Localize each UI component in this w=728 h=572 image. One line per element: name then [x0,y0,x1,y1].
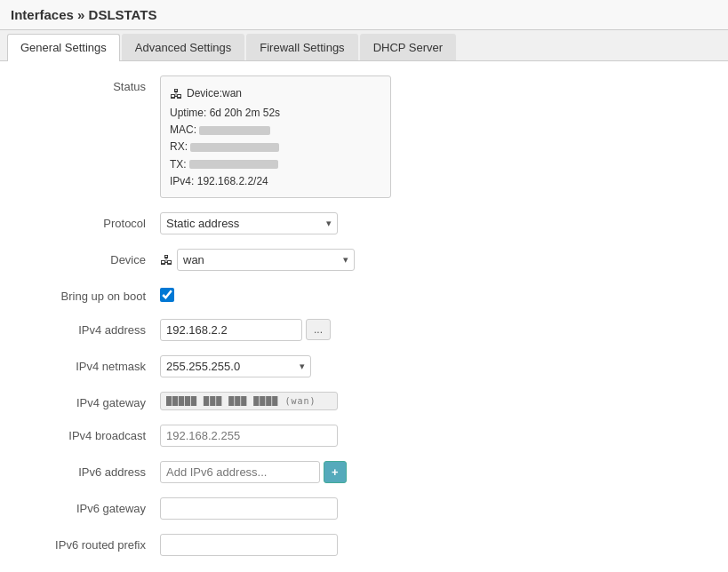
ipv4-netmask-select[interactable]: 255.255.255.0 255.255.0.0 255.0.0.0 255.… [160,355,311,377]
status-label: Status [18,75,160,93]
status-ipv4-value: 192.168.2.2/24 [197,175,268,187]
ipv4-broadcast-label: IPv4 broadcast [18,425,160,442]
netmask-select-wrap: 255.255.255.0 255.255.0.0 255.0.0.0 255.… [160,355,311,377]
tab-dhcp[interactable]: DHCP Server [360,34,457,60]
ipv6-address-wrap: + [160,461,516,483]
ipv6-prefix-label: IPv6 routed prefix [18,534,160,552]
ipv4-netmask-label: IPv4 netmask [18,355,160,373]
boot-checkbox[interactable] [160,288,174,302]
boot-row: Bring up on boot [18,285,710,305]
status-device-label: Device: [187,85,222,102]
device-select-wrap: 🖧 wan eth0 eth1 br-lan [160,249,516,271]
device-inner-select-wrap: wan eth0 eth1 br-lan [177,249,355,271]
device-control: 🖧 wan eth0 eth1 br-lan [160,249,516,271]
protocol-control: Static address DHCP client PPPoE Unmanag… [160,212,516,234]
status-rx-line: RX: [170,139,381,155]
tab-bar: General Settings Advanced Settings Firew… [0,30,728,61]
status-tx-value [189,160,278,169]
status-tx-label: TX: [170,158,187,171]
status-mac-label: MAC: [170,123,196,136]
protocol-select[interactable]: Static address DHCP client PPPoE Unmanag… [160,212,338,234]
protocol-row: Protocol Static address DHCP client PPPo… [18,212,710,234]
tab-advanced[interactable]: Advanced Settings [122,34,244,60]
device-select[interactable]: wan eth0 eth1 br-lan [177,249,355,271]
tab-general[interactable]: General Settings [7,34,120,61]
ipv4-address-wrap: ... [160,319,516,341]
status-ipv4-label: IPv4: [170,175,194,187]
ipv6-address-add-button[interactable]: + [324,461,347,483]
protocol-select-wrap: Static address DHCP client PPPoE Unmanag… [160,212,338,234]
form-content: Status 🖧 Device: wan Uptime: 6d 20h 2m 5… [0,61,728,572]
ipv4-address-input[interactable] [160,319,302,341]
device-row: Device 🖧 wan eth0 eth1 br-lan [18,249,710,271]
status-box-wrap: 🖧 Device: wan Uptime: 6d 20h 2m 52s MAC:… [160,75,516,198]
status-row: Status 🖧 Device: wan Uptime: 6d 20h 2m 5… [18,75,710,198]
ipv6-gateway-control [160,497,516,520]
ipv4-netmask-control: 255.255.255.0 255.255.0.0 255.0.0.0 255.… [160,355,516,377]
status-rx-value [190,143,279,152]
ipv4-broadcast-row: IPv4 broadcast [18,425,710,447]
ipv6-address-input[interactable] [160,461,320,483]
boot-control [160,285,516,305]
ipv4-broadcast-control [160,425,516,447]
boot-label: Bring up on boot [18,285,160,303]
ipv4-netmask-row: IPv4 netmask 255.255.255.0 255.255.0.0 2… [18,355,710,377]
ipv4-address-row: IPv4 address ... [18,319,710,341]
protocol-label: Protocol [18,212,160,230]
ipv4-address-label: IPv4 address [18,319,160,337]
status-mac-line: MAC: [170,122,381,139]
status-device-name: wan [222,85,242,102]
ipv4-address-browse-button[interactable]: ... [306,319,331,340]
ipv4-broadcast-input[interactable] [160,425,338,447]
status-mac-value [199,126,270,135]
ipv6-gateway-input[interactable] [160,497,338,520]
status-tx-line: TX: [170,156,381,173]
status-rx-label: RX: [170,140,188,153]
breadcrumb-text: Interfaces » DSLSTATS [11,7,157,22]
ipv4-gateway-input[interactable] [160,392,338,410]
ipv6-prefix-row: IPv6 routed prefix [18,534,710,556]
ipv6-gateway-label: IPv6 gateway [18,497,160,515]
ipv4-address-control: ... [160,319,516,341]
ipv6-prefix-input[interactable] [160,534,338,556]
device-label: Device [18,249,160,266]
ipv6-address-label: IPv6 address [18,461,160,479]
ipv6-gateway-row: IPv6 gateway [18,497,710,520]
status-device-line: 🖧 Device: wan [170,83,381,105]
ipv4-gateway-row: IPv4 gateway [18,392,710,410]
ipv4-gateway-control [160,392,516,410]
tab-firewall[interactable]: Firewall Settings [246,34,357,60]
ipv6-address-control: + [160,461,516,483]
ipv4-netmask-wrap: 255.255.255.0 255.255.0.0 255.0.0.0 255.… [160,355,516,377]
ipv6-prefix-control [160,534,516,556]
status-uptime: Uptime: 6d 20h 2m 52s [170,105,381,122]
network-icon: 🖧 [170,83,183,105]
ipv6-address-row: IPv6 address + [18,461,710,483]
page-title: Interfaces » DSLSTATS [0,0,728,30]
status-box: 🖧 Device: wan Uptime: 6d 20h 2m 52s MAC:… [160,75,391,198]
ipv4-gateway-label: IPv4 gateway [18,392,160,409]
status-ipv4-line: IPv4: 192.168.2.2/24 [170,173,381,190]
device-network-icon: 🖧 [160,252,173,267]
